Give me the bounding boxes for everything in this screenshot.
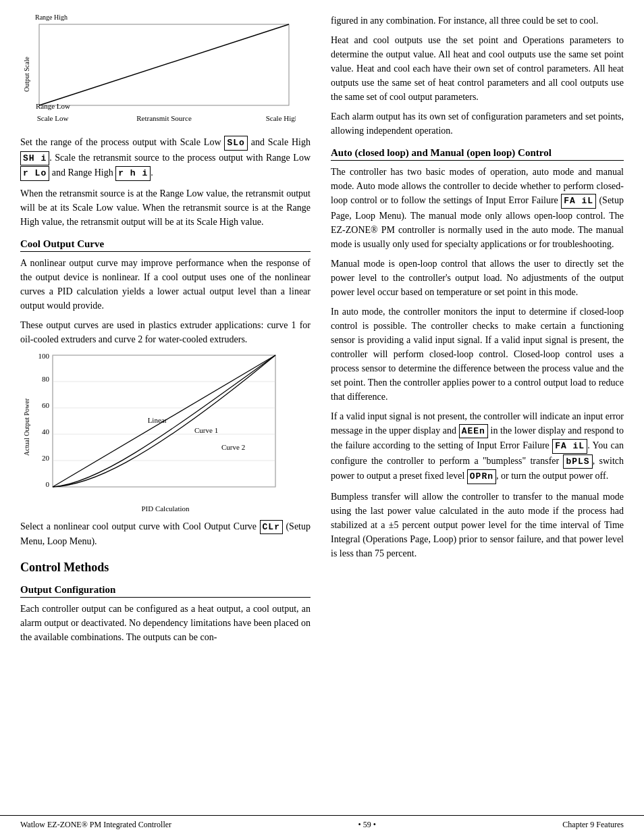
footer-left: Watlow EZ-ZONE® PM Integrated Controller (20, 820, 171, 830)
svg-text:20: 20 (42, 454, 50, 462)
svg-text:Retransmit Source: Retransmit Source (136, 114, 192, 122)
page: Range High Output Scale Range Low Scale (0, 0, 644, 834)
chart2-y-axis: Actual Output Power (20, 352, 32, 503)
control-methods-title: Control Methods (20, 561, 311, 575)
footer: Watlow EZ-ZONE® PM Integrated Controller… (0, 815, 644, 834)
svg-text:100: 100 (38, 352, 50, 360)
output-config-continued: figured in any combination. For instance… (331, 14, 624, 28)
svg-text:Range Low: Range Low (36, 102, 70, 110)
chart1-svg-wrap: Range Low Scale Low Retransmit Source Sc… (32, 21, 311, 128)
footer-center: • 59 • (358, 820, 376, 830)
chart1-svg: Range Low Scale Low Retransmit Source Sc… (32, 21, 296, 126)
svg-text:80: 80 (42, 375, 50, 383)
footer-right: Chapter 9 Features (562, 820, 624, 830)
chart2-svg: 0 20 40 60 80 100 (32, 352, 282, 500)
display-oprn: OPRn (467, 469, 496, 484)
main-content: Range High Output Scale Range Low Scale (0, 14, 644, 815)
right-para3: Each alarm output has its own set of con… (331, 109, 624, 138)
auto-para3: In auto mode, the controller monitors th… (331, 305, 624, 404)
display-slo: SLo (224, 136, 247, 151)
chart1-wrap: Range High Output Scale Range Low Scale (20, 14, 311, 128)
right-para2: Heat and cool outputs use the set point … (331, 33, 624, 104)
display-shi: SH i (20, 151, 49, 166)
para1: Set the range of the process output with… (20, 135, 311, 181)
cool-output-curve-title: Cool Output Curve (20, 238, 311, 252)
svg-text:40: 40 (42, 427, 50, 436)
auto-para4: If a valid input signal is not present, … (331, 409, 624, 484)
svg-text:Curve 1: Curve 1 (194, 426, 218, 434)
output-config-title: Output Configuration (20, 584, 311, 598)
auto-para2: Manual mode is open-loop control that al… (331, 257, 624, 299)
svg-line-1 (39, 24, 289, 105)
svg-text:Scale Low: Scale Low (37, 114, 69, 122)
display-rlo: r Lo (20, 166, 49, 181)
auto-manual-title: Auto (closed loop) and Manual (open loop… (331, 147, 624, 161)
chart1-range-high-label: Range High (20, 14, 311, 21)
right-column: figured in any combination. For instance… (331, 14, 624, 815)
chart2-x-axis: PID Calculation (20, 504, 311, 513)
chart1-y-axis: Output Scale (20, 21, 32, 128)
display-fail1: FA iL (561, 194, 596, 209)
display-clr: CLr (260, 520, 283, 535)
display-fail2: FA iL (552, 439, 587, 454)
para2: When the retransmit source is at the Ran… (20, 186, 311, 229)
display-aeen: AEEn (459, 424, 488, 439)
cool-para1: A nonlinear output curve may improve per… (20, 256, 311, 313)
chart2-row: Actual Output Power 0 20 40 60 80 100 (20, 352, 311, 503)
display-bpls: bPLS (563, 454, 592, 469)
svg-text:Scale High: Scale High (266, 114, 296, 122)
auto-para1: The controller has two basic modes of op… (331, 165, 624, 251)
left-column: Range High Output Scale Range Low Scale (20, 14, 311, 815)
chart1-row: Output Scale Range Low Scale Low Retrans… (20, 21, 311, 128)
svg-text:Linear: Linear (148, 416, 167, 424)
svg-text:0: 0 (46, 480, 50, 488)
display-rhi: r h i (115, 166, 151, 181)
svg-text:Curve 2: Curve 2 (221, 443, 245, 451)
cool-para3: Select a nonlinear cool output curve wit… (20, 519, 311, 549)
auto-para5: Bumpless transfer will allow the control… (331, 490, 624, 561)
cool-para2: These output curves are used in plastics… (20, 318, 311, 346)
chart2-svg-wrap: 0 20 40 60 80 100 (32, 352, 311, 503)
output-config-para1: Each controller output can be configured… (20, 602, 311, 644)
chart2-wrap: Actual Output Power 0 20 40 60 80 100 (20, 352, 311, 513)
svg-text:60: 60 (42, 401, 50, 409)
